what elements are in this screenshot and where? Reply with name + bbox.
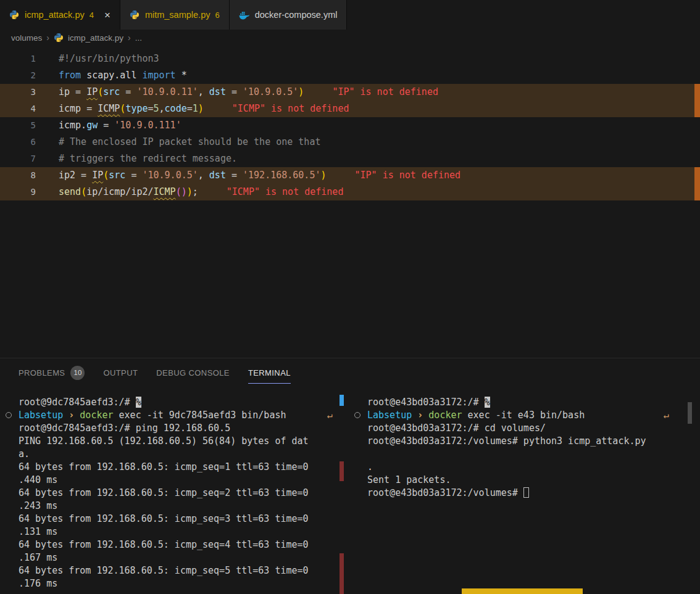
- terminal-line: 64 bytes from 192.168.60.5: icmp_seq=1 t…: [0, 461, 349, 474]
- token: ip/icmp/ip2/: [86, 186, 153, 197]
- token: (: [103, 170, 109, 181]
- token: ICMP: [98, 103, 120, 114]
- terminal-scrollbar-thumb[interactable]: [688, 402, 692, 424]
- breadcrumb-file[interactable]: icmp_attack.py: [68, 33, 123, 43]
- terminal-text: exec -it e43 bin/bash: [462, 410, 585, 421]
- terminal-text: 64 bytes from 192.168.60.5: icmp_seq=3 t…: [19, 513, 309, 524]
- terminal-line: root@e43bd03a3172:/volumes# python3 icmp…: [349, 435, 700, 448]
- terminal-text: 64 bytes from 192.168.60.5: icmp_seq=2 t…: [19, 487, 309, 498]
- terminal-scrollbar-mark[interactable]: [340, 395, 344, 406]
- code-line[interactable]: 8ip2 = IP(src = '10.9.0.5', dst = '192.1…: [0, 167, 700, 184]
- bottom-panel: PROBLEMS10OUTPUTDEBUG CONSOLETERMINAL ro…: [0, 358, 700, 594]
- terminal-text: .243 ms: [19, 500, 57, 511]
- terminal-text: root@e43bd03a3172:/# cd volumes/: [367, 423, 546, 434]
- chevron-right-icon: ›: [128, 33, 131, 43]
- token: gw: [86, 120, 98, 131]
- token: # triggers the redirect message.: [59, 153, 237, 164]
- line-number: 3: [0, 84, 36, 101]
- code-line[interactable]: 5icmp.gw = '10.9.0.111': [0, 117, 700, 134]
- terminal-line: Labsetup › docker exec -it e43 bin/bash↵: [349, 409, 700, 422]
- token: ip =: [59, 86, 86, 97]
- tab-problem-count: 4: [90, 10, 94, 20]
- code-line[interactable]: 9send(ip/icmp/ip2/ICMP());"ICMP" is not …: [0, 184, 700, 200]
- code-text: # The enclosed IP packet should be the o…: [59, 134, 320, 151]
- token: =: [148, 103, 154, 114]
- block-cursor: %: [485, 397, 490, 408]
- terminal-line: root@e43bd03a3172:/# cd volumes/: [349, 422, 700, 435]
- panel-tab-output[interactable]: OUTPUT: [103, 358, 138, 387]
- token: ip2 =: [59, 170, 92, 181]
- terminal-text: root@e43bd03a3172:/#: [367, 397, 485, 408]
- terminal-text: .176 ms: [19, 578, 57, 589]
- panel-tab-label: PROBLEMS: [19, 368, 65, 377]
- problems-count-badge: 10: [70, 366, 85, 380]
- token: ;: [193, 186, 198, 197]
- token: ICMP: [154, 186, 176, 197]
- code-line[interactable]: 7# triggers the redirect message.: [0, 151, 700, 167]
- python-icon: [130, 10, 140, 20]
- inline-error-message: "ICMP" is not defined: [198, 184, 344, 200]
- code-editor[interactable]: 1#!/usr/bin/python32from scapy.all impor…: [0, 46, 700, 358]
- vscode-window: icmp_attack.py4×mitm_sample.py6docker-co…: [0, 0, 700, 594]
- token: # The enclosed IP packet should be the o…: [59, 136, 320, 147]
- terminal-line: 64 bytes from 192.168.60.5: icmp_seq=4 t…: [0, 538, 349, 551]
- close-icon[interactable]: ×: [104, 10, 110, 20]
- code-line[interactable]: 1#!/usr/bin/python3: [0, 51, 700, 67]
- token: #!/usr/bin/python3: [59, 53, 159, 64]
- token: ): [298, 86, 304, 97]
- token: import: [142, 70, 175, 81]
- command-decoration-icon[interactable]: [6, 412, 12, 418]
- terminal-text: 64 bytes from 192.168.60.5: icmp_seq=4 t…: [19, 539, 309, 550]
- terminal-line: .167 ms: [0, 551, 349, 564]
- token: (): [176, 186, 187, 197]
- hollow-cursor: [523, 487, 529, 498]
- breadcrumb-more[interactable]: ...: [135, 33, 142, 43]
- terminal-line: root@e43bd03a3172:/volumes#: [349, 487, 700, 500]
- code-line[interactable]: 3ip = IP(src = '10.9.0.11', dst = '10.9.…: [0, 84, 700, 101]
- terminal-scrollbar-mark[interactable]: [340, 461, 344, 481]
- terminal-scrollbar-mark[interactable]: [340, 553, 344, 594]
- token: (: [98, 86, 103, 97]
- terminal-text: PING 192.168.60.5 (192.168.60.5) 56(84) …: [19, 435, 309, 447]
- token: =: [226, 170, 243, 181]
- return-symbol-icon: ↵: [664, 409, 669, 422]
- tab-icmp-attack-py[interactable]: icmp_attack.py4×: [0, 0, 120, 30]
- terminal-pane-right[interactable]: root@e43bd03a3172:/# %Labsetup › docker …: [349, 387, 700, 594]
- token: =: [226, 86, 243, 97]
- breadcrumb-folder[interactable]: volumes: [11, 33, 42, 43]
- panel-tab-debug-console[interactable]: DEBUG CONSOLE: [156, 358, 230, 387]
- code-text: icmp = ICMP(type=5,code=1): [59, 101, 204, 117]
- command-decoration-icon[interactable]: [354, 412, 360, 418]
- token: scapy.all: [81, 70, 142, 81]
- panel-tab-bar: PROBLEMS10OUTPUTDEBUG CONSOLETERMINAL: [0, 358, 700, 387]
- token: '10.9.0.11': [136, 86, 198, 97]
- tab-mitm-sample-py[interactable]: mitm_sample.py6: [120, 0, 230, 30]
- panel-tab-terminal[interactable]: TERMINAL: [248, 358, 291, 387]
- tab-problem-count: 6: [215, 10, 219, 20]
- token: ): [198, 103, 204, 114]
- code-line[interactable]: 6# The enclosed IP packet should be the …: [0, 134, 700, 151]
- line-number: 8: [0, 167, 36, 184]
- editor-tab-bar: icmp_attack.py4×mitm_sample.py6docker-co…: [0, 0, 700, 30]
- python-icon: [54, 33, 64, 43]
- terminal-line: 64 bytes from 192.168.60.5: icmp_seq=5 t…: [0, 564, 349, 577]
- panel-tab-problems[interactable]: PROBLEMS10: [19, 358, 85, 387]
- line-number: 7: [0, 151, 36, 167]
- token: dst: [209, 86, 226, 97]
- terminal-line: Labsetup › docker exec -it 9dc7845aefd3 …: [0, 409, 349, 422]
- terminal-text: root@9dc7845aefd3:/#: [19, 397, 136, 408]
- tab-docker-compose-yml[interactable]: docker-compose.yml: [230, 0, 348, 30]
- token: 1: [193, 103, 198, 114]
- terminal-line: 64 bytes from 192.168.60.5: icmp_seq=2 t…: [0, 487, 349, 500]
- tab-label: docker-compose.yml: [255, 10, 338, 20]
- code-line[interactable]: 2from scapy.all import *: [0, 67, 700, 84]
- token: '192.168.60.5': [243, 170, 320, 181]
- terminal-text: 64 bytes from 192.168.60.5: icmp_seq=5 t…: [19, 565, 309, 576]
- token: ,: [198, 170, 209, 181]
- terminal-text: .167 ms: [19, 552, 57, 563]
- token: IP: [92, 170, 103, 181]
- terminal-line: root@9dc7845aefd3:/# ping 192.168.60.5: [0, 422, 349, 435]
- code-line[interactable]: 4icmp = ICMP(type=5,code=1)"ICMP" is not…: [0, 101, 700, 117]
- breadcrumb: volumes›icmp_attack.py›...: [0, 30, 700, 46]
- terminal-pane-left[interactable]: root@9dc7845aefd3:/# %Labsetup › docker …: [0, 387, 349, 594]
